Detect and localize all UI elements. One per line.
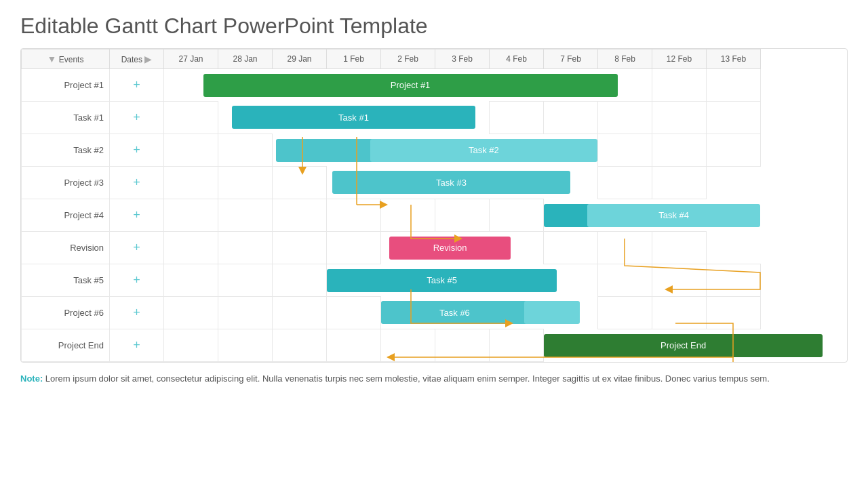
- empty-t5-2: [218, 264, 273, 297]
- label-task5: Task #5: [22, 264, 110, 297]
- bar-cell-task1: Task #1: [218, 102, 490, 134]
- empty-p3-5: [652, 167, 707, 199]
- note-section: Note: Lorem ipsum dolor sit amet, consec…: [20, 372, 848, 386]
- empty-t1-5: [652, 102, 707, 134]
- add-revision-btn[interactable]: +: [133, 241, 140, 254]
- label-revision: Revision: [22, 232, 110, 264]
- row-project6: Project #6 + Task #6: [22, 297, 848, 329]
- action-project1[interactable]: +: [110, 69, 164, 102]
- bar-cell-task5: Task #5: [327, 264, 598, 297]
- label-project-end: Project End: [22, 329, 110, 362]
- add-project1-btn[interactable]: +: [133, 78, 140, 92]
- empty-t1-3: [544, 102, 598, 134]
- bar-task4: Task #4: [587, 204, 761, 227]
- add-project3-btn[interactable]: +: [133, 176, 140, 189]
- page-title: Editable Gantt Chart PowerPoint Template: [20, 14, 848, 39]
- label-project6: Project #6: [22, 297, 110, 329]
- empty-p6-3: [273, 297, 327, 329]
- row-revision: Revision + Revision: [22, 232, 848, 264]
- empty-p3-4: [598, 167, 652, 199]
- bar-task4-dark: [544, 204, 591, 227]
- empty-pe-5: [381, 329, 435, 362]
- bar-task3: Task #3: [332, 171, 570, 194]
- empty-r-2: [218, 232, 273, 264]
- empty-p4-6: [435, 199, 490, 232]
- header-day-8: 8 Feb: [598, 49, 652, 69]
- empty-r-7: [652, 232, 707, 264]
- note-text: Lorem ipsum dolor sit amet, consectetur …: [43, 373, 770, 384]
- label-task1: Task #1: [22, 102, 110, 134]
- bar-task6-ext: [524, 301, 580, 324]
- bar-task5: Task #5: [327, 269, 557, 292]
- label-project4: Project #4: [22, 199, 110, 232]
- empty-p3-1: [164, 167, 218, 199]
- empty-t2-5: [707, 134, 761, 167]
- empty-t5-4: [598, 264, 652, 297]
- sort-icon: ▼: [47, 54, 57, 64]
- add-project4-btn[interactable]: +: [133, 208, 140, 222]
- arrow-icon: ▶: [144, 54, 152, 64]
- label-project1: Project #1: [22, 69, 110, 102]
- gantt-table: ▼ Events Dates ▶ 27 Jan 28 Jan 29 Jan 1 …: [21, 49, 847, 362]
- action-task5[interactable]: +: [110, 264, 164, 297]
- row-task2: Task #2 + Task #2: [22, 134, 848, 167]
- add-task2-btn[interactable]: +: [133, 143, 140, 157]
- add-task5-btn[interactable]: +: [133, 273, 140, 287]
- empty-r-6: [598, 232, 652, 264]
- bar-task6: Task #6: [381, 301, 528, 324]
- header-dates: Dates ▶: [110, 49, 164, 69]
- add-project-end-btn[interactable]: +: [133, 338, 140, 352]
- label-project3: Project #3: [22, 167, 110, 199]
- bar-cell-task3: Task #3: [327, 167, 598, 199]
- row-project3: Project #3 + Task #3: [22, 167, 848, 199]
- empty-t1-4: [598, 102, 652, 134]
- empty-t2-1: [164, 134, 218, 167]
- empty-pe-3: [273, 329, 327, 362]
- empty-p6-2: [218, 297, 273, 329]
- action-project4[interactable]: +: [110, 199, 164, 232]
- row-project4: Project #4 + Task #4: [22, 199, 848, 232]
- header-day-3: 1 Feb: [327, 49, 381, 69]
- empty-p3-2: [218, 167, 273, 199]
- bar-project-end: Project End: [544, 334, 823, 357]
- empty-p4-4: [327, 199, 381, 232]
- empty-p6-7: [707, 297, 761, 329]
- header-day-0: 27 Jan: [164, 49, 218, 69]
- bar-cell-revision: Revision: [381, 232, 544, 264]
- empty-project1: [652, 69, 707, 102]
- bar-cell-task4: Task #4: [544, 199, 761, 232]
- empty-p6-1: [164, 297, 218, 329]
- row-project-end: Project End + Project End: [22, 329, 848, 362]
- action-task1[interactable]: +: [110, 102, 164, 134]
- events-label: Events: [59, 55, 84, 64]
- action-revision[interactable]: +: [110, 232, 164, 264]
- note-label: Note:: [20, 373, 43, 384]
- bar-cell-task2: Task #2: [273, 134, 598, 167]
- empty-p4-3: [273, 199, 327, 232]
- dates-label: Dates: [121, 55, 142, 64]
- action-project6[interactable]: +: [110, 297, 164, 329]
- empty-r-1: [164, 232, 218, 264]
- bar-cell-project1: Project #1: [164, 69, 652, 102]
- action-project-end[interactable]: +: [110, 329, 164, 362]
- action-task2[interactable]: +: [110, 134, 164, 167]
- label-task2: Task #2: [22, 134, 110, 167]
- add-project6-btn[interactable]: +: [133, 306, 140, 319]
- empty-t1-2: [490, 102, 544, 134]
- row-task5: Task #5 + Task #5: [22, 264, 848, 297]
- bar-cell-project-end: Project End: [544, 329, 848, 362]
- bar-cell-task6: Task #6: [381, 297, 598, 329]
- header-events: ▼ Events: [22, 49, 110, 69]
- header-day-5: 3 Feb: [435, 49, 490, 69]
- empty-pe-2: [218, 329, 273, 362]
- empty-r-4: [327, 232, 381, 264]
- row-task1: Task #1 + Task #1: [22, 102, 848, 134]
- header-day-10: 13 Feb: [707, 49, 761, 69]
- empty-pe-7: [490, 329, 544, 362]
- action-project3[interactable]: +: [110, 167, 164, 199]
- empty-p6-4: [327, 297, 381, 329]
- bar-task1: Task #1: [232, 106, 475, 129]
- empty-pe-4: [327, 329, 381, 362]
- empty-r-5: [544, 232, 598, 264]
- add-task1-btn[interactable]: +: [133, 110, 140, 124]
